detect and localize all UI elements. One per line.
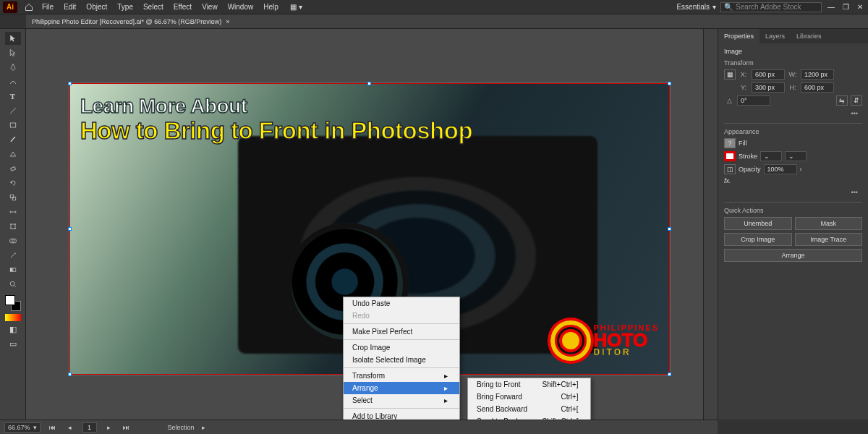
fx-label[interactable]: fx. (724, 177, 731, 184)
reference-point-icon[interactable]: ▦ (724, 69, 736, 80)
workspace-switcher[interactable]: Essentials▾ (676, 3, 716, 11)
ctx-select[interactable]: Select (344, 394, 459, 407)
opacity-icon: ◫ (724, 164, 736, 174)
menu-help[interactable]: Help (263, 3, 278, 11)
ctx-arrange[interactable]: Arrange (344, 382, 459, 394)
stroke-swatch[interactable] (724, 151, 736, 161)
document-tab-title: Philippine Photo Editor [Recovered].ai* … (32, 18, 221, 25)
w-field[interactable]: 1200 px (801, 69, 834, 80)
menu-edit[interactable]: Edit (64, 3, 76, 11)
ctx-make-pixel-perfect[interactable]: Make Pixel Perfect (344, 326, 459, 338)
rotate-tool[interactable] (5, 176, 21, 190)
window-close-icon[interactable]: ✕ (855, 2, 865, 12)
zoom-tool[interactable] (5, 278, 21, 291)
stroke-weight-field[interactable]: ⌄ (760, 151, 782, 161)
tab-libraries[interactable]: Libraries (791, 29, 827, 43)
qa-unembed-button[interactable]: Unembed (724, 217, 792, 230)
document-tab[interactable]: Philippine Photo Editor [Recovered].ai* … (26, 14, 236, 28)
curvature-tool[interactable] (5, 75, 21, 88)
window-minimize-icon[interactable]: — (826, 2, 836, 12)
arrange-docs-icon[interactable]: ▦ ▾ (290, 3, 302, 11)
qa-mask-button[interactable]: Mask (795, 217, 863, 230)
line-tool[interactable] (5, 104, 21, 117)
svg-rect-12 (10, 268, 16, 272)
y-field[interactable]: 300 px (752, 82, 785, 93)
fill-swatch[interactable]: ? (724, 138, 736, 148)
shaper-tool[interactable] (5, 148, 21, 161)
draw-mode-icon[interactable]: ◧ (5, 323, 21, 336)
free-transform-tool[interactable] (5, 220, 21, 233)
search-input[interactable]: 🔍 Search Adobe Stock (720, 2, 822, 12)
ctx-isolate-selected[interactable]: Isolate Selected Image (344, 354, 459, 366)
svg-rect-1 (10, 123, 16, 127)
nav-prev-icon[interactable]: ◂ (65, 422, 75, 433)
h-field[interactable]: 600 px (801, 82, 834, 93)
nav-last-icon[interactable]: ⏭ (122, 422, 132, 433)
opacity-field[interactable]: 100% (764, 164, 797, 174)
scale-tool[interactable] (5, 191, 21, 204)
qa-arrange-button[interactable]: Arrange (724, 249, 862, 262)
sub-bring-forward[interactable]: Bring ForwardCtrl+] (468, 391, 590, 403)
gradient-swatch[interactable] (5, 314, 21, 321)
ctx-redo: Redo (344, 310, 459, 322)
gradient-tool[interactable] (5, 263, 21, 276)
nav-next-icon[interactable]: ▸ (104, 422, 114, 433)
collapsed-panels-strip[interactable] (703, 29, 718, 420)
window-restore-icon[interactable]: ❐ (841, 2, 851, 12)
selection-tool[interactable] (5, 32, 21, 45)
svg-rect-3 (10, 195, 14, 198)
opacity-label: Opacity (739, 166, 761, 173)
status-chevron-icon[interactable]: ▸ (202, 424, 205, 431)
appearance-more-icon[interactable]: ••• (724, 187, 862, 197)
context-submenu-arrange[interactable]: Bring to FrontShift+Ctrl+] Bring Forward… (467, 378, 591, 420)
context-menu[interactable]: Undo Paste Redo Make Pixel Perfect Crop … (343, 297, 460, 420)
canvas[interactable]: Learn More About How to Bring to Front i… (26, 29, 703, 420)
menu-type[interactable]: Type (117, 3, 133, 11)
color-swatch[interactable] (5, 295, 21, 311)
tab-properties[interactable]: Properties (718, 29, 760, 43)
type-tool[interactable]: T (5, 90, 21, 103)
home-icon[interactable] (23, 1, 35, 13)
sub-send-backward[interactable]: Send BackwardCtrl+[ (468, 403, 590, 415)
sub-bring-to-front[interactable]: Bring to FrontShift+Ctrl+] (468, 378, 590, 391)
eyedropper-tool[interactable] (5, 249, 21, 262)
menu-object[interactable]: Object (86, 3, 107, 11)
qa-image-trace-button[interactable]: Image Trace (795, 233, 863, 246)
menu-file[interactable]: File (42, 3, 54, 11)
right-panel: Properties Layers Libraries Image Transf… (718, 29, 868, 420)
tools-panel: T ◧ ▭ (0, 29, 26, 420)
menu-select[interactable]: Select (143, 3, 163, 11)
width-tool[interactable] (5, 205, 21, 218)
artwork-logo: PHILIPPINES HOTO DITOR (550, 320, 659, 361)
direct-selection-tool[interactable] (5, 46, 21, 59)
zoom-select[interactable]: 66.67%▾ (4, 422, 41, 433)
menu-window[interactable]: Window (228, 3, 254, 11)
menu-effect[interactable]: Effect (174, 3, 192, 11)
flip-vertical-icon[interactable]: ⇵ (851, 95, 862, 106)
angle-field[interactable]: 0° (737, 95, 770, 106)
document-tab-row: Philippine Photo Editor [Recovered].ai* … (0, 14, 868, 29)
paintbrush-tool[interactable] (5, 133, 21, 146)
ctx-add-to-library[interactable]: Add to Library (344, 410, 459, 420)
ctx-transform[interactable]: Transform (344, 370, 459, 382)
svg-point-13 (10, 281, 14, 286)
ctx-crop-image[interactable]: Crop Image (344, 341, 459, 354)
transform-more-icon[interactable]: ••• (724, 109, 862, 119)
tab-layers[interactable]: Layers (760, 29, 791, 43)
artboard-nav-field[interactable]: 1 (82, 422, 97, 433)
screen-mode-icon[interactable]: ▭ (5, 337, 21, 350)
pen-tool[interactable] (5, 61, 21, 74)
rectangle-tool[interactable] (5, 119, 21, 132)
qa-crop-image-button[interactable]: Crop Image (724, 233, 792, 246)
nav-first-icon[interactable]: ⏮ (48, 422, 58, 433)
selection-type-label: Image (724, 48, 862, 55)
close-tab-icon[interactable]: × (226, 18, 229, 25)
opacity-chevron-icon[interactable]: › (800, 166, 802, 173)
x-field[interactable]: 600 px (752, 69, 785, 80)
ctx-undo-paste[interactable]: Undo Paste (344, 297, 459, 310)
shape-builder-tool[interactable] (5, 234, 21, 247)
menu-view[interactable]: View (202, 3, 218, 11)
stroke-style-field[interactable]: ⌄ (785, 151, 807, 161)
flip-horizontal-icon[interactable]: ⇋ (836, 95, 848, 106)
eraser-tool[interactable] (5, 162, 21, 175)
